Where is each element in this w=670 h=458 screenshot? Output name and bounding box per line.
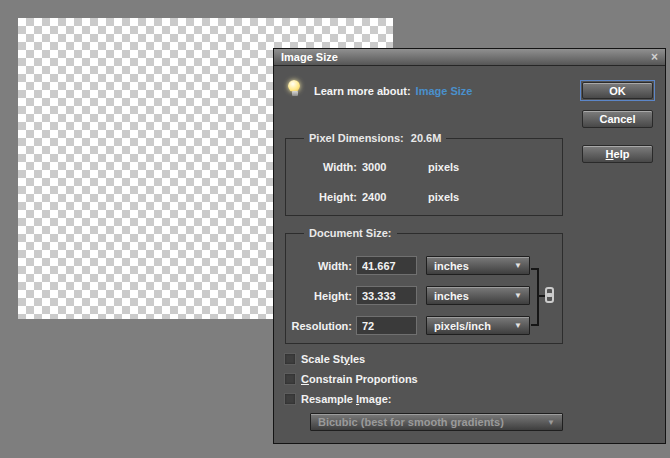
pd-height-label: Height: (285, 190, 357, 204)
learn-more-line: Learn more about:Image Size (314, 84, 472, 99)
file-size-value: 20.6M (411, 132, 442, 144)
constrain-proportions-label[interactable]: Constrain Proportions (301, 373, 418, 385)
dialog-title: Image Size (281, 51, 338, 63)
image-size-help-link[interactable]: Image Size (416, 85, 473, 97)
doc-resolution-unit-dropdown[interactable]: pixels/inch ▼ (426, 316, 530, 335)
chevron-down-icon: ▼ (514, 291, 522, 300)
pd-height-value: 2400 (362, 190, 386, 204)
close-icon[interactable]: × (651, 52, 658, 62)
ok-button[interactable]: OK (582, 82, 653, 99)
doc-width-label: Width: (279, 259, 352, 273)
dimension-link-bracket (531, 268, 539, 326)
resample-image-label[interactable]: Resample Image: (301, 393, 392, 405)
chain-link-icon (545, 287, 556, 305)
scale-styles-checkbox[interactable] (284, 353, 296, 365)
doc-resolution-input[interactable] (356, 316, 417, 335)
scale-styles-label[interactable]: Scale Styles (301, 353, 365, 365)
document-size-legend: Document Size: (304, 227, 397, 239)
scale-styles-row: Scale Styles (284, 352, 365, 366)
image-size-dialog: Image Size × Learn more about:Image Size… (273, 48, 666, 444)
workspace: Image Size × Learn more about:Image Size… (0, 0, 670, 458)
pd-width-label: Width: (285, 160, 357, 174)
help-button[interactable]: Help (582, 145, 653, 163)
learn-more-label: Learn more about: (314, 85, 411, 97)
resample-method-dropdown[interactable]: Bicubic (best for smooth gradients) ▼ (310, 413, 563, 431)
doc-height-input[interactable] (356, 286, 417, 305)
doc-height-label: Height: (279, 289, 352, 303)
cancel-button[interactable]: Cancel (582, 110, 653, 128)
resample-image-row: Resample Image: (284, 392, 392, 406)
lightbulb-icon (288, 80, 301, 99)
resample-image-checkbox[interactable] (284, 393, 296, 405)
constrain-proportions-checkbox[interactable] (284, 373, 296, 385)
pixel-dimensions-legend: Pixel Dimensions:20.6M (304, 132, 446, 144)
chevron-down-icon: ▼ (514, 261, 522, 270)
pd-width-value: 3000 (362, 160, 386, 174)
pd-width-unit: pixels (428, 160, 459, 174)
doc-width-input[interactable] (356, 256, 417, 275)
doc-width-unit-dropdown[interactable]: inches ▼ (426, 256, 530, 275)
chevron-down-icon: ▼ (547, 418, 555, 427)
pixel-dimensions-group: Pixel Dimensions:20.6M (285, 138, 563, 216)
doc-resolution-label: Resolution: (279, 319, 352, 333)
ok-button-focus-ring: OK (580, 80, 655, 101)
pd-height-unit: pixels (428, 190, 459, 204)
doc-height-unit-dropdown[interactable]: inches ▼ (426, 286, 530, 305)
chevron-down-icon: ▼ (514, 321, 522, 330)
dialog-titlebar[interactable]: Image Size × (274, 49, 665, 66)
constrain-proportions-row: Constrain Proportions (284, 372, 418, 386)
